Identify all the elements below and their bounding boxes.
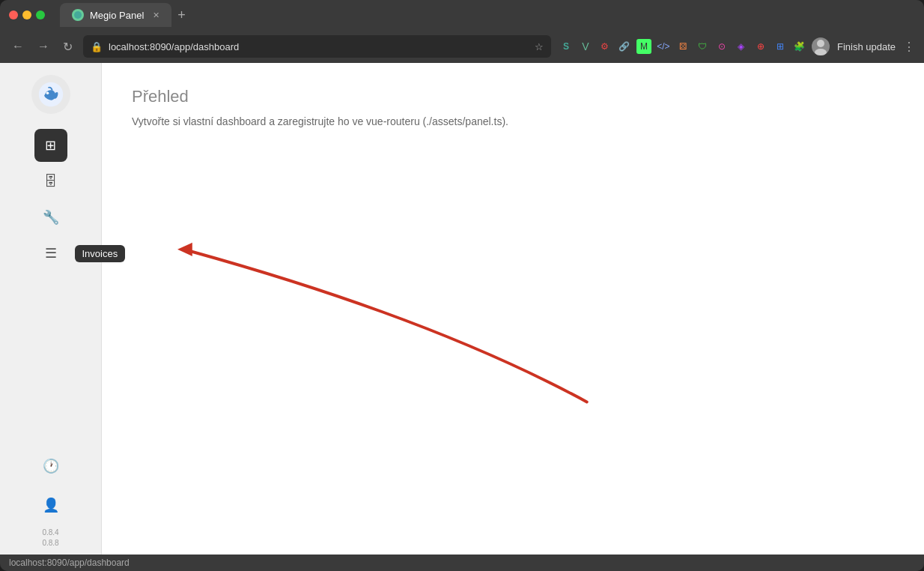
browser-extensions: S V ⚙ 🔗 M </> ⚄ 🛡 ⊙ ◈ ⊕ ⊞ 🧩 (559, 37, 830, 55)
lock-icon: 🔒 (91, 41, 103, 52)
sidebar-item-database[interactable]: 🗄 (34, 165, 67, 198)
sidebar-nav: ⊞ 🗄 🔧 ☰ Invoices (0, 129, 101, 270)
favicon-icon (73, 10, 82, 19)
page-title: Přehled (132, 87, 894, 106)
tab-bar: Megio Panel ✕ + (60, 3, 915, 27)
minimize-button[interactable] (22, 10, 31, 19)
status-bar: localhost:8090/app/dashboard (0, 555, 924, 571)
ext-circle-icon[interactable]: ⊙ (714, 39, 729, 54)
sidebar-item-dashboard[interactable]: ⊞ (34, 129, 67, 162)
user-avatar[interactable] (812, 37, 830, 55)
browser-tab[interactable]: Megio Panel ✕ (60, 3, 171, 27)
page-description: Vytvořte si vlastní dashboard a zaregist… (132, 115, 894, 127)
schedule-icon: 🕐 (43, 458, 59, 474)
finish-update-button[interactable]: Finish update (837, 41, 896, 52)
invoices-tooltip: Invoices (75, 245, 126, 262)
annotation-arrow (102, 63, 924, 555)
ext-gear-icon[interactable]: ⚙ (598, 39, 613, 54)
version-info: 0.8.4 0.8.8 (42, 528, 58, 549)
tools-icon: 🔧 (43, 209, 59, 226)
app-logo[interactable] (31, 75, 70, 114)
tab-close-button[interactable]: ✕ (153, 10, 159, 20)
back-button[interactable]: ← (9, 37, 27, 56)
version-1: 0.8.4 (42, 528, 58, 538)
logo-icon (37, 81, 64, 108)
new-tab-button[interactable]: + (177, 7, 186, 23)
svg-point-4 (46, 91, 49, 94)
database-icon: 🗄 (44, 174, 58, 190)
traffic-lights (9, 10, 45, 19)
ext-m-icon[interactable]: M (636, 39, 651, 54)
invoices-icon: ☰ (45, 245, 57, 262)
svg-marker-5 (177, 243, 192, 256)
title-bar: Megio Panel ✕ + (0, 0, 924, 30)
ext-code-icon[interactable]: </> (656, 39, 671, 54)
sidebar-item-invoices[interactable]: ☰ Invoices (34, 237, 67, 270)
svg-point-0 (74, 11, 82, 19)
reload-button[interactable]: ↻ (60, 37, 76, 57)
forward-button[interactable]: → (34, 37, 52, 56)
main-content: Přehled Vytvořte si vlastní dashboard a … (102, 63, 924, 555)
version-2: 0.8.8 (42, 538, 58, 549)
app-area: ⊞ 🗄 🔧 ☰ Invoices (0, 63, 924, 555)
ext-shield-icon[interactable]: 🛡 (695, 39, 710, 54)
tab-title: Megio Panel (90, 10, 144, 21)
browser-window: Megio Panel ✕ + ← → ↻ 🔒 localhost:8090/a… (0, 0, 924, 571)
dashboard-icon: ⊞ (45, 137, 56, 154)
tab-favicon (72, 9, 84, 21)
address-bar[interactable]: 🔒 localhost:8090/app/dashboard ☆ (83, 35, 551, 58)
maximize-button[interactable] (36, 10, 45, 19)
ext-link-icon[interactable]: 🔗 (617, 39, 632, 54)
svg-point-2 (815, 49, 827, 55)
more-options-button[interactable]: ⋮ (903, 40, 915, 54)
ext-s-icon[interactable]: S (559, 39, 574, 54)
sidebar-item-users[interactable]: 👤 (34, 489, 67, 522)
sidebar: ⊞ 🗄 🔧 ☰ Invoices (0, 63, 102, 555)
ext-puzzle-icon[interactable]: 🧩 (792, 39, 807, 54)
nav-bar: ← → ↻ 🔒 localhost:8090/app/dashboard ☆ S… (0, 30, 924, 63)
ext-ms-icon[interactable]: ⊞ (773, 39, 788, 54)
ext-dice-icon[interactable]: ⚄ (675, 39, 690, 54)
sidebar-item-schedule[interactable]: 🕐 (34, 450, 67, 483)
sidebar-item-tools[interactable]: 🔧 (34, 201, 67, 234)
ext-v-icon[interactable]: V (578, 39, 593, 54)
address-text: localhost:8090/app/dashboard (109, 41, 529, 52)
sidebar-bottom: 🕐 👤 0.8.4 0.8.8 (34, 450, 67, 555)
status-url: localhost:8090/app/dashboard (9, 558, 130, 568)
users-icon: 👤 (43, 497, 59, 513)
ext-opera-icon[interactable]: ⊕ (753, 39, 768, 54)
ext-purple-icon[interactable]: ◈ (734, 39, 749, 54)
svg-point-1 (817, 40, 824, 47)
bookmark-icon: ☆ (535, 41, 544, 52)
close-button[interactable] (9, 10, 18, 19)
